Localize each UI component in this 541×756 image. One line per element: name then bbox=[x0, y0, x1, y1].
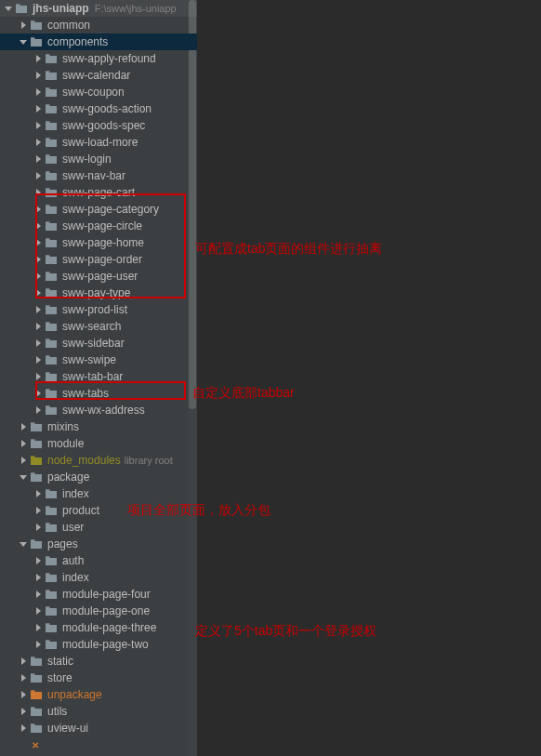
tree-item-user[interactable]: user bbox=[0, 519, 197, 536]
tree-item-sww-sidebar[interactable]: sww-sidebar bbox=[0, 335, 197, 351]
tree-item-label: user bbox=[62, 521, 84, 534]
chevron-right-icon[interactable] bbox=[33, 372, 43, 381]
chevron-right-icon[interactable] bbox=[33, 121, 43, 130]
chevron-right-icon[interactable] bbox=[33, 154, 43, 164]
tree-item-index[interactable]: index bbox=[0, 485, 197, 502]
tree-item-product[interactable]: product bbox=[0, 502, 197, 519]
chevron-right-icon[interactable] bbox=[33, 104, 43, 113]
tree-item-sww-page-cart[interactable]: sww-page-cart bbox=[0, 184, 197, 201]
chevron-right-icon[interactable] bbox=[33, 489, 43, 498]
tree-item-label: sww-tabs bbox=[62, 387, 109, 400]
folder-icon bbox=[45, 53, 58, 64]
chevron-right-icon[interactable] bbox=[33, 606, 43, 616]
chevron-right-icon[interactable] bbox=[19, 690, 28, 699]
tree-item-sww-swipe[interactable]: sww-swipe bbox=[0, 351, 197, 368]
chevron-right-icon[interactable] bbox=[19, 456, 28, 465]
tree-item-sww-page-home[interactable]: sww-page-home bbox=[0, 234, 197, 251]
chevron-right-icon[interactable] bbox=[19, 673, 28, 683]
chevron-right-icon[interactable] bbox=[19, 20, 28, 30]
chevron-right-icon[interactable] bbox=[19, 740, 28, 749]
tree-item-components[interactable]: components bbox=[0, 33, 197, 50]
tree-item-jhs-uniapp[interactable]: jhs-uniappF:\sww\jhs-uniapp bbox=[0, 0, 197, 17]
tree-item-sww-tabs[interactable]: sww-tabs bbox=[0, 385, 197, 402]
tree-item-label: module-page-three bbox=[62, 621, 156, 634]
tree-item-sww-apply-refound[interactable]: sww-apply-refound bbox=[0, 50, 197, 67]
chevron-down-icon[interactable] bbox=[19, 539, 28, 549]
tree-item-sww-page-circle[interactable]: sww-page-circle bbox=[0, 218, 197, 234]
tree-item-sww-goods-action[interactable]: sww-goods-action bbox=[0, 100, 197, 117]
chevron-down-icon[interactable] bbox=[19, 37, 28, 46]
tree-item-sww-page-order[interactable]: sww-page-order bbox=[0, 251, 197, 268]
tree-item-module-page-four[interactable]: module-page-four bbox=[0, 586, 197, 603]
tree-item-module-page-one[interactable]: module-page-one bbox=[0, 603, 197, 619]
chevron-right-icon[interactable] bbox=[33, 556, 43, 565]
tree-item-sww-calendar[interactable]: sww-calendar bbox=[0, 67, 197, 84]
chevron-right-icon[interactable] bbox=[33, 272, 43, 281]
chevron-right-icon[interactable] bbox=[33, 87, 43, 97]
tree-item-common[interactable]: common bbox=[0, 17, 197, 33]
tree-item-auth[interactable]: auth bbox=[0, 552, 197, 569]
tree-item-mixins[interactable]: mixins bbox=[0, 418, 197, 435]
chevron-right-icon[interactable] bbox=[33, 54, 43, 63]
chevron-right-icon[interactable] bbox=[33, 288, 43, 298]
tree-item-sww-wx-address[interactable]: sww-wx-address bbox=[0, 402, 197, 418]
chevron-right-icon[interactable] bbox=[33, 138, 43, 147]
tree-item-sww-page-user[interactable]: sww-page-user bbox=[0, 268, 197, 285]
tree-item-module-page-three[interactable]: module-page-three bbox=[0, 619, 197, 636]
tree-item-uview-ui[interactable]: uview-ui bbox=[0, 720, 197, 736]
chevron-right-icon[interactable] bbox=[19, 707, 28, 716]
tree-item-sww-goods-spec[interactable]: sww-goods-spec bbox=[0, 117, 197, 134]
chevron-right-icon[interactable] bbox=[33, 623, 43, 632]
chevron-right-icon[interactable] bbox=[33, 338, 43, 348]
tree-item-sww-search[interactable]: sww-search bbox=[0, 318, 197, 335]
tree-item-label: sww-login bbox=[62, 153, 112, 166]
chevron-right-icon[interactable] bbox=[33, 389, 43, 398]
chevron-right-icon[interactable] bbox=[19, 657, 28, 666]
folder-icon bbox=[45, 572, 58, 583]
chevron-down-icon[interactable] bbox=[4, 4, 13, 13]
tree-item-unpackage[interactable]: unpackage bbox=[0, 686, 197, 703]
tree-item-node_modules[interactable]: node_moduleslibrary root bbox=[0, 452, 197, 469]
chevron-right-icon[interactable] bbox=[33, 405, 43, 415]
tree-item-sww-tab-bar[interactable]: sww-tab-bar bbox=[0, 368, 197, 385]
tree-item-sww-pay-type[interactable]: sww-pay-type bbox=[0, 285, 197, 301]
tree-item-label: sww-goods-spec bbox=[62, 119, 145, 132]
chevron-right-icon[interactable] bbox=[33, 573, 43, 582]
tree-item-unknown[interactable]: ✕ bbox=[0, 736, 197, 753]
chevron-right-icon[interactable] bbox=[33, 188, 43, 197]
tree-item-sww-coupon[interactable]: sww-coupon bbox=[0, 84, 197, 100]
tree-item-sww-login[interactable]: sww-login bbox=[0, 151, 197, 167]
chevron-right-icon[interactable] bbox=[33, 506, 43, 515]
chevron-down-icon[interactable] bbox=[19, 472, 28, 482]
tree-item-module-page-two[interactable]: module-page-two bbox=[0, 636, 197, 653]
chevron-right-icon[interactable] bbox=[33, 305, 43, 314]
tree-item-module[interactable]: module bbox=[0, 435, 197, 452]
tree-item-pages[interactable]: pages bbox=[0, 536, 197, 552]
tree-item-static[interactable]: static bbox=[0, 653, 197, 670]
chevron-right-icon[interactable] bbox=[33, 255, 43, 264]
chevron-right-icon[interactable] bbox=[19, 439, 28, 448]
tree-item-sww-nav-bar[interactable]: sww-nav-bar bbox=[0, 167, 197, 184]
tree-item-utils[interactable]: utils bbox=[0, 703, 197, 720]
chevron-right-icon[interactable] bbox=[33, 71, 43, 80]
chevron-right-icon[interactable] bbox=[33, 221, 43, 231]
chevron-right-icon[interactable] bbox=[19, 422, 28, 431]
chevron-right-icon[interactable] bbox=[33, 171, 43, 180]
chevron-right-icon[interactable] bbox=[19, 723, 28, 733]
chevron-right-icon[interactable] bbox=[33, 640, 43, 649]
chevron-right-icon[interactable] bbox=[33, 205, 43, 214]
tree-item-store[interactable]: store bbox=[0, 670, 197, 686]
tree-item-sww-load-more[interactable]: sww-load-more bbox=[0, 134, 197, 151]
tree-item-package[interactable]: package bbox=[0, 469, 197, 485]
tree-item-sww-page-category[interactable]: sww-page-category bbox=[0, 201, 197, 218]
chevron-right-icon[interactable] bbox=[33, 238, 43, 247]
chevron-right-icon[interactable] bbox=[33, 523, 43, 532]
file-tree[interactable]: jhs-uniappF:\sww\jhs-uniappcommoncompone… bbox=[0, 0, 197, 756]
file-icon: ✕ bbox=[30, 739, 41, 750]
tree-item-label: product bbox=[62, 504, 99, 517]
tree-item-sww-prod-list[interactable]: sww-prod-list bbox=[0, 301, 197, 318]
tree-item-index[interactable]: index bbox=[0, 569, 197, 586]
chevron-right-icon[interactable] bbox=[33, 355, 43, 365]
chevron-right-icon[interactable] bbox=[33, 322, 43, 331]
chevron-right-icon[interactable] bbox=[33, 590, 43, 599]
